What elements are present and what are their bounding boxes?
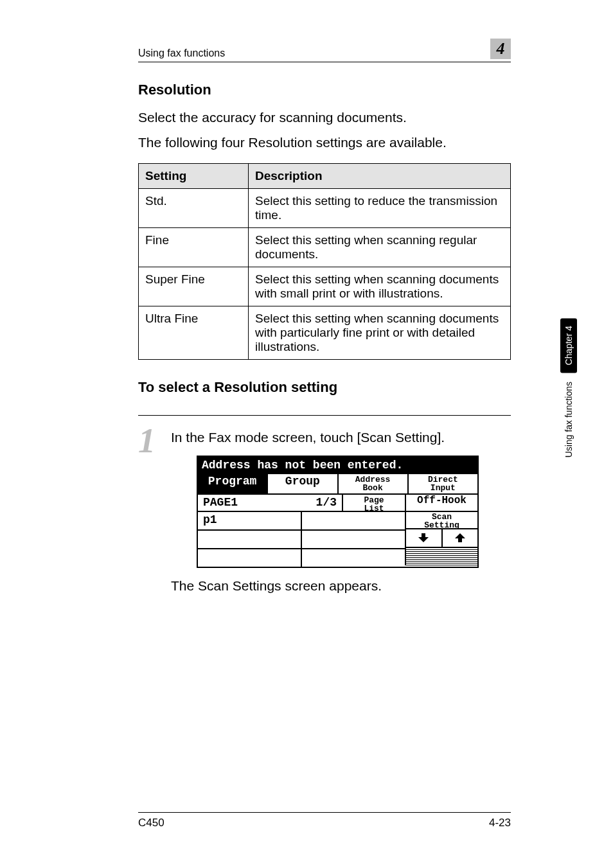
setting-name: Super Fine — [139, 267, 249, 306]
setting-description: Select this setting to reduce the transm… — [249, 188, 511, 227]
table-header-setting: Setting — [139, 163, 249, 188]
arrow-down-button[interactable] — [406, 529, 441, 547]
table-row: Std. Select this setting to reduce the t… — [139, 188, 511, 227]
list-row: p1 — [198, 511, 405, 529]
setting-name: Std. — [139, 188, 249, 227]
list-entry-empty[interactable] — [198, 549, 301, 567]
intro-paragraph-2: The following four Resolution settings a… — [138, 134, 511, 151]
arrow-up-icon — [455, 533, 465, 542]
running-header: Using fax functions 4 — [138, 39, 511, 62]
list-entry-empty[interactable] — [301, 512, 405, 529]
section-title: Resolution — [138, 82, 511, 98]
setting-name: Ultra Fine — [139, 306, 249, 359]
setting-description: Select this setting when scanning docume… — [249, 267, 511, 306]
list-entry-empty[interactable] — [198, 531, 301, 548]
tab-direct-input[interactable]: Direct Input — [409, 474, 477, 493]
table-row: Fine Select this setting when scanning r… — [139, 227, 511, 267]
disabled-area — [405, 547, 477, 565]
page-label: PAGE1 — [203, 496, 316, 509]
off-hook-button[interactable]: Off-Hook — [405, 493, 477, 511]
screen-tab-bar: Program Group Address Book Direct Input — [198, 474, 477, 493]
page-count: 1/3 — [316, 496, 337, 509]
page-footer: C450 4-23 — [138, 812, 511, 829]
screen-status-bar: Address has not been entered. — [198, 457, 477, 474]
list-row — [198, 529, 405, 548]
setting-name: Fine — [139, 227, 249, 267]
table-row: Super Fine Select this setting when scan… — [139, 267, 511, 306]
arrow-up-button[interactable] — [441, 529, 478, 547]
list-entry[interactable]: p1 — [198, 512, 301, 529]
side-tab: Chapter 4 Using fax functions — [560, 318, 577, 458]
chapter-number-badge: 4 — [490, 39, 511, 59]
running-title: Using fax functions — [138, 48, 225, 59]
list-entry-empty[interactable] — [301, 531, 405, 548]
table-row: Ultra Fine Select this setting when scan… — [139, 306, 511, 359]
footer-page: 4-23 — [489, 817, 511, 829]
step-result-text: The Scan Settings screen appears. — [171, 578, 511, 594]
arrow-down-icon — [418, 533, 429, 542]
step: 1 In the Fax mode screen, touch [Scan Se… — [138, 430, 511, 594]
table-header-description: Description — [249, 163, 511, 188]
footer-model: C450 — [138, 817, 164, 829]
scan-setting-button[interactable]: Scan Setting — [405, 511, 477, 528]
fax-mode-screen: Address has not been entered. Program Gr… — [197, 456, 479, 568]
step-number: 1 — [138, 427, 155, 455]
tab-address-book[interactable]: Address Book — [339, 474, 409, 493]
list-row — [198, 548, 405, 567]
tab-group[interactable]: Group — [268, 474, 338, 493]
setting-description: Select this setting when scanning regula… — [249, 227, 511, 267]
list-entry-empty[interactable] — [301, 549, 405, 567]
procedure-title: To select a Resolution setting — [138, 379, 511, 396]
resolution-settings-table: Setting Description Std. Select this set… — [138, 163, 511, 360]
page-list-button[interactable]: Page List — [342, 493, 405, 511]
step-text: In the Fax mode screen, touch [Scan Sett… — [171, 430, 511, 445]
chapter-chip: Chapter 4 — [560, 318, 577, 373]
side-label: Using fax functions — [564, 382, 574, 457]
tab-program[interactable]: Program — [198, 474, 268, 493]
setting-description: Select this setting when scanning docume… — [249, 306, 511, 359]
intro-paragraph-1: Select the accuracy for scanning documen… — [138, 109, 511, 126]
